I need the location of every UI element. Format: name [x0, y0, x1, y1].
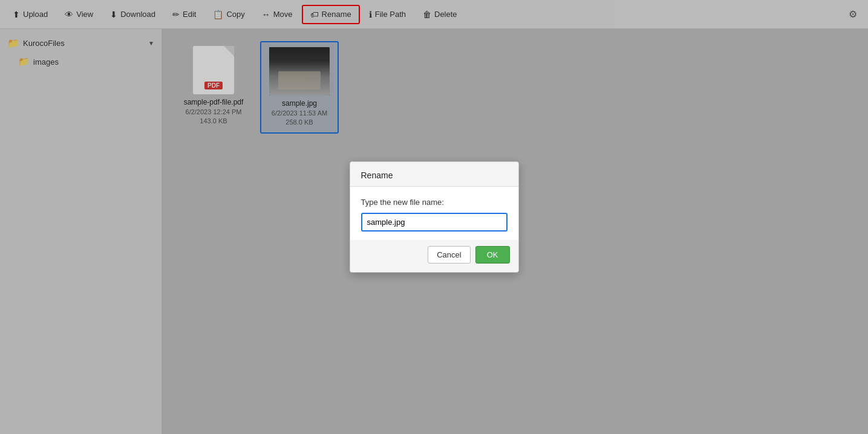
modal-label: Type the new file name:	[361, 198, 507, 207]
modal-title: Rename	[350, 162, 518, 187]
modal-body: Type the new file name:	[350, 187, 518, 240]
rename-dialog: Rename Type the new file name: Cancel OK	[350, 161, 519, 273]
rename-input[interactable]	[361, 213, 507, 232]
modal-footer: Cancel OK	[350, 240, 518, 272]
modal-overlay: Rename Type the new file name: Cancel OK	[0, 0, 868, 434]
ok-button[interactable]: OK	[475, 246, 510, 264]
cancel-button[interactable]: Cancel	[428, 246, 470, 264]
